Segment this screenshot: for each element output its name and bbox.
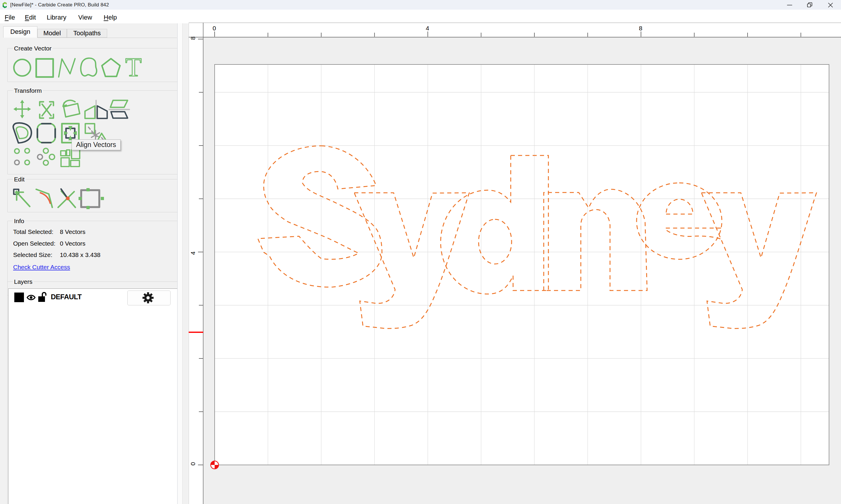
svg-text:8: 8 [639, 25, 642, 32]
svg-text:0: 0 [190, 462, 196, 466]
svg-text:4: 4 [426, 25, 429, 32]
svg-text:4: 4 [190, 251, 196, 255]
svg-text:0: 0 [212, 25, 216, 32]
svg-text:T: T [125, 52, 142, 82]
svg-text:8: 8 [190, 36, 196, 40]
